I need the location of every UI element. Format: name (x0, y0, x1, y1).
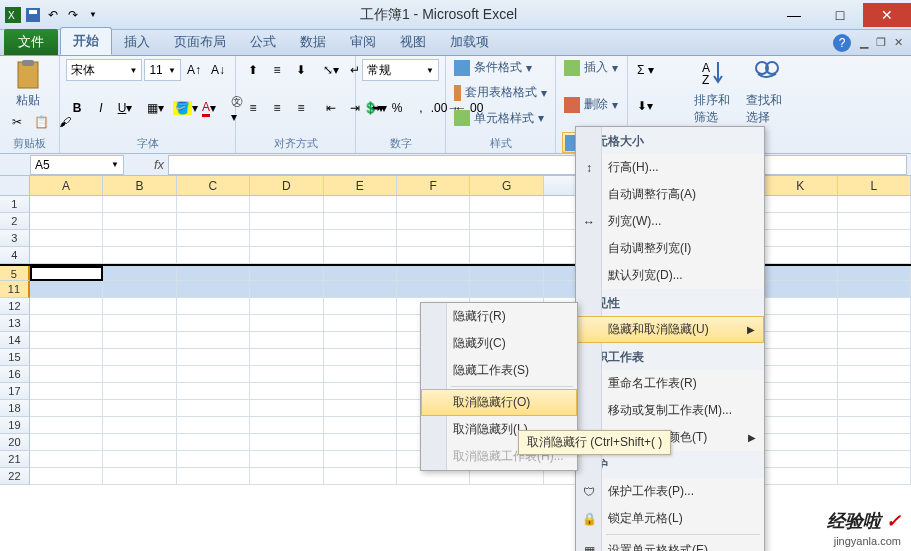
cell[interactable] (30, 417, 103, 434)
row-header[interactable]: 2 (0, 213, 30, 230)
align-right-icon[interactable]: ≡ (290, 97, 312, 119)
cell[interactable] (838, 247, 911, 264)
cell[interactable] (324, 298, 397, 315)
undo-icon[interactable]: ↶ (44, 6, 62, 24)
tab-view[interactable]: 视图 (388, 29, 438, 55)
cell[interactable] (250, 196, 323, 213)
cell[interactable] (30, 400, 103, 417)
cell[interactable] (177, 213, 250, 230)
cell[interactable] (764, 417, 837, 434)
cell[interactable] (30, 196, 103, 213)
cell[interactable] (764, 266, 837, 281)
percent-icon[interactable]: % (386, 97, 408, 119)
bold-button[interactable]: B (66, 97, 88, 119)
cell[interactable] (30, 213, 103, 230)
cell[interactable] (30, 349, 103, 366)
font-color-button[interactable]: A▾ (198, 97, 220, 119)
insert-cells-button[interactable]: 插入 ▾ (562, 58, 621, 77)
row-header[interactable]: 14 (0, 332, 30, 349)
cell[interactable] (470, 247, 543, 264)
cell[interactable] (30, 230, 103, 247)
menu-hide-unhide[interactable]: 隐藏和取消隐藏(U)▶ (576, 316, 764, 343)
col-header[interactable]: C (177, 176, 250, 195)
cell[interactable] (764, 281, 837, 298)
cell[interactable] (177, 266, 250, 281)
delete-cells-button[interactable]: 删除 ▾ (562, 95, 621, 114)
align-center-icon[interactable]: ≡ (266, 97, 288, 119)
comma-icon[interactable]: , (410, 97, 432, 119)
cell[interactable] (397, 196, 470, 213)
cell[interactable] (103, 230, 176, 247)
cell[interactable] (103, 281, 176, 298)
menu-format-cells[interactable]: ▦设置单元格格式(E)... (576, 537, 764, 551)
tab-page-layout[interactable]: 页面布局 (162, 29, 238, 55)
cell[interactable] (250, 266, 323, 281)
col-header[interactable]: B (103, 176, 176, 195)
cell[interactable] (324, 383, 397, 400)
cell[interactable] (764, 451, 837, 468)
cell[interactable] (324, 434, 397, 451)
file-tab[interactable]: 文件 (4, 29, 58, 55)
submenu-hide-rows[interactable]: 隐藏行(R) (421, 303, 577, 330)
cell[interactable] (30, 468, 103, 485)
menu-lock-cell[interactable]: 🔒锁定单元格(L) (576, 505, 764, 532)
col-header[interactable]: F (397, 176, 470, 195)
cell[interactable] (250, 281, 323, 298)
cell[interactable] (177, 400, 250, 417)
redo-icon[interactable]: ↷ (64, 6, 82, 24)
cell[interactable] (470, 266, 543, 281)
menu-autofit-row[interactable]: 自动调整行高(A) (576, 181, 764, 208)
fx-icon[interactable]: fx (154, 157, 164, 172)
tab-formulas[interactable]: 公式 (238, 29, 288, 55)
cell[interactable] (177, 451, 250, 468)
formula-input[interactable] (168, 155, 907, 175)
minimize-button[interactable]: — (771, 3, 817, 27)
cell[interactable] (250, 434, 323, 451)
cell[interactable] (764, 315, 837, 332)
autosum-icon[interactable]: Σ ▾ (634, 59, 657, 81)
cell[interactable] (30, 315, 103, 332)
save-icon[interactable] (24, 6, 42, 24)
cell[interactable] (250, 417, 323, 434)
tab-data[interactable]: 数据 (288, 29, 338, 55)
cell[interactable] (470, 213, 543, 230)
cell[interactable] (103, 298, 176, 315)
cell[interactable] (838, 434, 911, 451)
col-header[interactable]: E (324, 176, 397, 195)
cell[interactable] (324, 366, 397, 383)
decrease-font-icon[interactable]: A↓ (207, 59, 229, 81)
cell[interactable] (764, 434, 837, 451)
row-header[interactable]: 15 (0, 349, 30, 366)
copy-icon[interactable]: 📋 (30, 111, 52, 133)
select-all-corner[interactable] (0, 176, 30, 195)
col-header[interactable]: L (838, 176, 911, 195)
cell[interactable] (838, 468, 911, 485)
menu-rename-sheet[interactable]: 重命名工作表(R) (576, 370, 764, 397)
cell[interactable] (250, 349, 323, 366)
cell[interactable] (838, 213, 911, 230)
qat-dropdown-icon[interactable]: ▼ (84, 6, 102, 24)
cell[interactable] (838, 230, 911, 247)
cell[interactable] (30, 451, 103, 468)
cell[interactable] (103, 213, 176, 230)
cell[interactable] (103, 383, 176, 400)
cell[interactable] (838, 196, 911, 213)
cell[interactable] (764, 298, 837, 315)
align-top-icon[interactable]: ⬆ (242, 59, 264, 81)
cell[interactable] (103, 434, 176, 451)
row-header[interactable]: 19 (0, 417, 30, 434)
col-header[interactable]: G (470, 176, 543, 195)
submenu-hide-sheet[interactable]: 隐藏工作表(S) (421, 357, 577, 384)
menu-row-height[interactable]: ↕行高(H)... (576, 154, 764, 181)
cell[interactable] (397, 230, 470, 247)
cell[interactable] (838, 366, 911, 383)
cell[interactable] (324, 417, 397, 434)
help-icon[interactable]: ? (833, 34, 851, 52)
cell[interactable] (470, 281, 543, 298)
decrease-indent-icon[interactable]: ⇤ (320, 97, 342, 119)
cell[interactable] (764, 196, 837, 213)
cell[interactable] (838, 332, 911, 349)
cell[interactable] (764, 349, 837, 366)
name-box[interactable]: A5▼ (30, 155, 124, 175)
increase-font-icon[interactable]: A↑ (183, 59, 205, 81)
